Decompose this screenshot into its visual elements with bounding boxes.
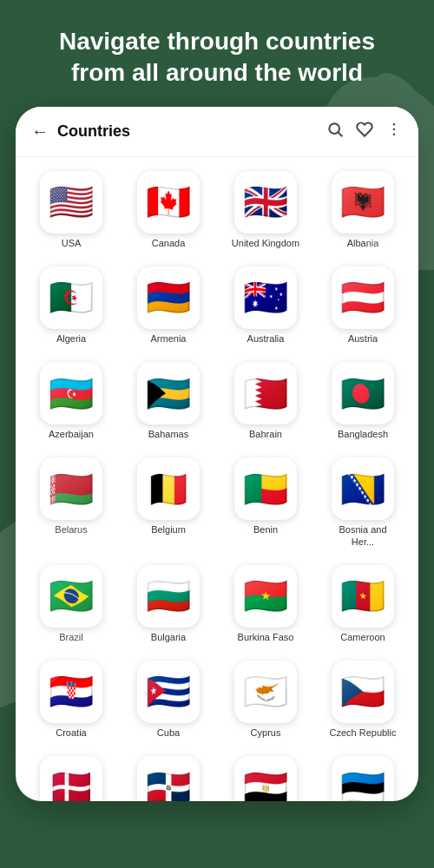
list-item[interactable]: 🇩🇴Dominican Rep... xyxy=(123,751,214,801)
list-item[interactable]: 🇦🇹Austria xyxy=(318,261,408,350)
flag-icon: 🇪🇪 xyxy=(332,756,394,801)
list-item[interactable]: 🇩🇿Algeria xyxy=(26,261,116,350)
list-item[interactable]: 🇦🇱Albania xyxy=(318,166,408,254)
country-name: Cameroon xyxy=(340,632,385,643)
list-item[interactable]: 🇧🇯Benin xyxy=(220,452,311,552)
country-name: Algeria xyxy=(56,333,86,345)
list-item[interactable]: 🇨🇿Czech Republic xyxy=(318,655,408,744)
country-name: Canada xyxy=(152,238,186,249)
list-item[interactable]: 🇦🇿Azerbaijan xyxy=(26,357,116,445)
country-name: Brazil xyxy=(59,632,83,643)
flag-icon: 🇧🇬 xyxy=(137,565,200,628)
flag-icon: 🇧🇫 xyxy=(234,565,297,628)
country-name: Australia xyxy=(247,333,285,345)
flag-icon: 🇧🇷 xyxy=(40,565,102,628)
promo-header: Navigate through countriesfrom all aroun… xyxy=(0,0,434,107)
flag-icon: 🇨🇺 xyxy=(137,661,200,723)
country-name: Benin xyxy=(253,524,278,536)
list-item[interactable]: 🇬🇧United Kingdom xyxy=(220,166,311,254)
country-name: Albania xyxy=(347,238,379,249)
country-name: Czech Republic xyxy=(329,727,396,739)
app-header: ← Countries xyxy=(16,107,418,157)
flag-icon: 🇧🇾 xyxy=(40,457,102,520)
list-item[interactable]: 🇧🇬Bulgaria xyxy=(123,560,214,648)
search-icon[interactable] xyxy=(326,121,344,142)
country-name: Bahamas xyxy=(148,429,188,440)
country-name: Azerbaijan xyxy=(49,429,94,440)
header-actions xyxy=(326,121,403,142)
list-item[interactable]: 🇨🇾Cyprus xyxy=(220,655,311,744)
country-name: Burkina Faso xyxy=(238,632,294,643)
country-name: Bulgaria xyxy=(151,632,186,643)
flag-icon: 🇪🇬 xyxy=(234,756,297,801)
back-button[interactable]: ← xyxy=(31,122,49,141)
list-item[interactable]: 🇦🇲Armenia xyxy=(123,261,214,350)
list-item[interactable]: 🇭🇷Croatia xyxy=(26,655,116,744)
flag-icon: 🇺🇸 xyxy=(40,171,102,233)
flag-icon: 🇧🇭 xyxy=(234,362,297,424)
phone-frame: ← Countries 🇺🇸USA🇨🇦Canada🇬🇧United Kingdo… xyxy=(16,107,418,801)
country-name: Belgium xyxy=(151,524,186,536)
list-item[interactable]: 🇨🇲Cameroon xyxy=(318,560,408,648)
list-item[interactable]: 🇪🇪Estonia xyxy=(318,751,408,801)
list-item[interactable]: 🇺🇸USA xyxy=(26,166,116,254)
list-item[interactable]: 🇧🇪Belgium xyxy=(123,452,214,552)
flag-icon: 🇧🇩 xyxy=(332,362,394,424)
svg-line-5 xyxy=(339,133,343,137)
flag-icon: 🇨🇿 xyxy=(332,661,394,723)
list-item[interactable]: 🇧🇾Belarus xyxy=(26,452,116,552)
flag-icon: 🇦🇿 xyxy=(40,362,102,424)
flag-icon: 🇨🇲 xyxy=(332,565,394,628)
country-name: Cyprus xyxy=(251,727,281,739)
svg-point-4 xyxy=(329,123,339,134)
flag-icon: 🇬🇧 xyxy=(234,171,297,233)
flag-icon: 🇨🇾 xyxy=(234,661,297,723)
flag-icon: 🇨🇦 xyxy=(137,171,200,233)
country-name: Austria xyxy=(348,333,378,345)
countries-grid: 🇺🇸USA🇨🇦Canada🇬🇧United Kingdom🇦🇱Albania🇩🇿… xyxy=(26,166,408,801)
list-item[interactable]: 🇨🇺Cuba xyxy=(123,655,214,744)
svg-point-8 xyxy=(393,133,396,135)
flag-icon: 🇧🇪 xyxy=(137,457,200,520)
flag-icon: 🇩🇰 xyxy=(40,756,102,801)
flag-icon: 🇭🇷 xyxy=(40,661,102,723)
country-name: Bosnia and Her... xyxy=(328,524,398,547)
list-item[interactable]: 🇩🇰Denmark xyxy=(26,751,116,801)
list-item[interactable]: 🇧🇸Bahamas xyxy=(123,357,214,445)
list-item[interactable]: 🇧🇷Brazil xyxy=(26,560,116,648)
flag-icon: 🇩🇴 xyxy=(137,756,200,801)
list-item[interactable]: 🇧🇩Bangladesh xyxy=(318,357,408,445)
flag-icon: 🇦🇺 xyxy=(234,266,297,329)
country-name: Bangladesh xyxy=(338,429,388,440)
flag-icon: 🇦🇲 xyxy=(137,266,200,329)
country-name: Belarus xyxy=(55,524,87,536)
flag-icon: 🇩🇿 xyxy=(40,266,102,329)
country-name: Armenia xyxy=(151,333,187,345)
svg-point-7 xyxy=(393,128,396,131)
country-name: Cuba xyxy=(157,727,180,739)
country-name: Croatia xyxy=(56,727,86,739)
list-item[interactable]: 🇧🇭Bahrain xyxy=(220,357,311,445)
list-item[interactable]: 🇪🇬Egypt xyxy=(220,751,311,801)
list-item[interactable]: 🇦🇺Australia xyxy=(220,261,311,350)
more-menu-icon[interactable] xyxy=(385,121,403,142)
favorites-icon[interactable] xyxy=(356,121,373,142)
countries-grid-container: 🇺🇸USA🇨🇦Canada🇬🇧United Kingdom🇦🇱Albania🇩🇿… xyxy=(16,157,418,801)
svg-point-6 xyxy=(393,123,396,126)
flag-icon: 🇧🇦 xyxy=(332,457,394,520)
country-name: Bahrain xyxy=(249,429,282,440)
country-name: USA xyxy=(62,238,82,249)
list-item[interactable]: 🇨🇦Canada xyxy=(123,166,214,254)
flag-icon: 🇧🇸 xyxy=(137,362,200,424)
promo-title: Navigate through countriesfrom all aroun… xyxy=(26,26,408,89)
country-name: United Kingdom xyxy=(232,238,299,249)
flag-icon: 🇦🇱 xyxy=(332,171,394,233)
flag-icon: 🇦🇹 xyxy=(332,266,394,329)
app-title: Countries xyxy=(57,122,326,141)
list-item[interactable]: 🇧🇫Burkina Faso xyxy=(220,560,311,648)
list-item[interactable]: 🇧🇦Bosnia and Her... xyxy=(318,452,408,552)
flag-icon: 🇧🇯 xyxy=(234,457,297,520)
